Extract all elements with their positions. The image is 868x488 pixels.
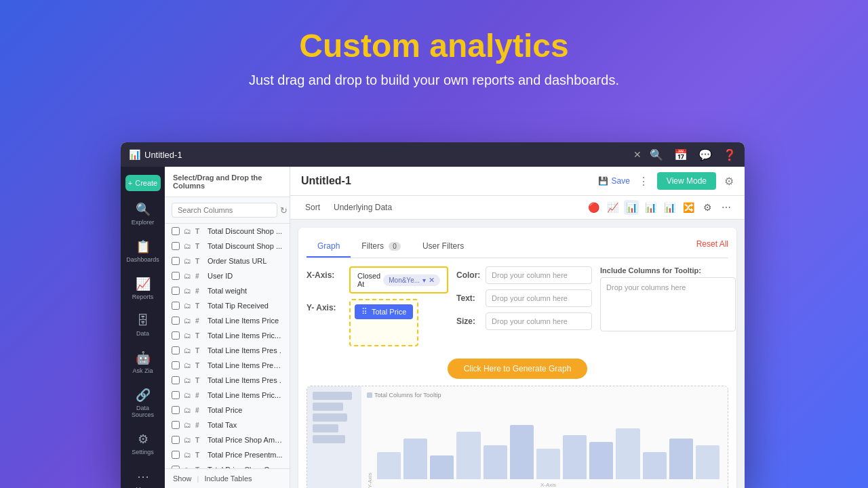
sidebar-item-data[interactable]: 🗄 Data	[124, 308, 162, 342]
include-tables-button[interactable]: Include Tables	[204, 474, 252, 483]
close-button[interactable]: ✕	[633, 149, 642, 160]
color-drop-zone[interactable]: Drop your column here	[486, 266, 592, 284]
title-bar-icon: 📊	[129, 149, 140, 160]
column-checkbox[interactable]	[172, 451, 180, 459]
stacked-chart-icon[interactable]: 📊	[643, 200, 658, 215]
sidebar-item-settings[interactable]: ⚙ Settings	[124, 426, 162, 461]
bar	[696, 445, 719, 479]
text-drop-zone[interactable]: Drop your column here	[486, 289, 592, 307]
pie-chart-icon[interactable]: 🔴	[586, 200, 601, 215]
column-checkbox[interactable]	[172, 257, 180, 265]
list-item[interactable]: 🗂 # Total Line Items Pric...	[165, 388, 290, 403]
column-checkbox[interactable]	[172, 287, 180, 295]
preview-row-2	[313, 403, 343, 411]
column-checkbox[interactable]	[172, 317, 180, 325]
column-checkbox[interactable]	[172, 227, 180, 235]
sidebar-item-explorer[interactable]: 🔍 Explorer	[124, 197, 162, 231]
column-name-label: Total Line Items Pres .	[208, 346, 283, 354]
area-chart-icon[interactable]: 📊	[662, 200, 677, 215]
search-input[interactable]	[172, 203, 277, 218]
column-checkbox[interactable]	[172, 421, 180, 429]
user-filters-tab[interactable]: User Filters	[412, 236, 475, 258]
line-chart-icon[interactable]: 📈	[605, 200, 620, 215]
sidebar-item-more[interactable]: ⋯ More	[124, 464, 162, 488]
graph-tab[interactable]: Graph	[307, 236, 351, 258]
save-label: Save	[611, 176, 629, 186]
show-button[interactable]: Show	[173, 474, 192, 483]
funnel-chart-icon[interactable]: ⚙	[700, 200, 715, 215]
legend-dot-1	[367, 392, 372, 398]
generate-graph-button[interactable]: Click Here to Generate Graph	[448, 359, 588, 379]
chat-icon[interactable]: 💬	[698, 148, 712, 161]
column-db-icon: 🗂	[184, 317, 191, 325]
reset-all-button[interactable]: Reset All	[696, 239, 728, 254]
column-checkbox[interactable]	[172, 361, 180, 369]
save-button[interactable]: 💾 Save	[598, 176, 629, 186]
list-item[interactable]: 🗂 T Order Status URL	[165, 253, 290, 268]
column-checkbox[interactable]	[172, 346, 180, 354]
sidebar-item-dashboards[interactable]: 📋 Dashboards	[124, 234, 162, 268]
xaxis-remove-icon[interactable]: ✕	[429, 276, 435, 285]
filters-tab[interactable]: Filters 0	[351, 236, 412, 258]
list-item[interactable]: 🗂 T Total Line Items Pres _	[165, 358, 290, 373]
size-drop-zone[interactable]: Drop your column here	[486, 312, 592, 330]
list-item[interactable]: 🗂 # Total weight	[165, 283, 290, 298]
dashboards-icon: 📋	[136, 239, 151, 254]
column-checkbox[interactable]	[172, 272, 180, 280]
list-item[interactable]: 🗂 T Total Line Items Pres .	[165, 373, 290, 388]
list-item[interactable]: 🗂 T Total Discount Shop ...	[165, 224, 290, 239]
save-icon: 💾	[598, 176, 608, 186]
column-checkbox[interactable]	[172, 242, 180, 250]
list-item[interactable]: 🗂 # Total Price	[165, 403, 290, 418]
sidebar-item-ask-zia[interactable]: 🤖 Ask Zia	[124, 345, 162, 380]
column-checkbox[interactable]	[172, 376, 180, 384]
column-checkbox[interactable]	[172, 302, 180, 310]
dragging-column-item[interactable]: ⠿ Total Price	[355, 304, 413, 319]
list-item[interactable]: 🗂 T Total Price Presentm...	[165, 447, 290, 462]
yaxis-drop-zone[interactable]: ⠿ Total Price	[349, 299, 418, 346]
xaxis-drop-zone[interactable]: Closed At Mon&Ye... ▾ ✕	[349, 266, 448, 293]
scatter-chart-icon[interactable]: 🔀	[681, 200, 696, 215]
bar-chart-icon[interactable]: 📊	[624, 200, 639, 215]
sort-tab[interactable]: Sort	[301, 200, 324, 215]
list-item[interactable]: 🗂 T Total Price Shop Amo...	[165, 432, 290, 447]
list-item[interactable]: 🗂 T Total Line Items Pric...	[165, 328, 290, 343]
column-type-badge: #	[195, 317, 203, 325]
list-item[interactable]: 🗂 T Total Tip Received	[165, 298, 290, 313]
list-item[interactable]: 🗂 T Total Price Shop Curr...	[165, 462, 290, 468]
chart-table-preview	[307, 386, 361, 488]
column-name-label: Total Discount Shop ...	[208, 227, 283, 235]
xaxis-pill-dropdown[interactable]: ▾	[422, 277, 426, 284]
view-mode-button[interactable]: View Mode	[657, 172, 716, 190]
kebab-menu-icon[interactable]: ⋮	[638, 175, 649, 188]
column-checkbox[interactable]	[172, 406, 180, 414]
more-chart-icon[interactable]: ⋯	[719, 200, 734, 215]
column-name-label: Total Tip Received	[208, 302, 283, 310]
list-item[interactable]: 🗂 # Total Tax	[165, 418, 290, 432]
underlying-data-tab[interactable]: Underlying Data	[330, 200, 396, 215]
column-checkbox[interactable]	[172, 391, 180, 399]
list-item[interactable]: 🗂 T Total Line Items Pres .	[165, 343, 290, 358]
report-settings-icon[interactable]: ⚙	[724, 175, 734, 188]
calendar-icon[interactable]: 📅	[674, 148, 688, 161]
tooltip-drop-zone[interactable]: Drop your columns here	[600, 277, 736, 331]
list-item[interactable]: 🗂 # Total Line Items Price	[165, 313, 290, 328]
search-icon[interactable]: 🔍	[650, 148, 663, 161]
column-type-badge: T	[195, 362, 203, 369]
list-item[interactable]: 🗂 # User ID	[165, 268, 290, 283]
bar-group	[377, 452, 401, 479]
column-checkbox[interactable]	[172, 331, 180, 340]
column-name-label: Total weight	[208, 287, 283, 295]
column-checkbox[interactable]	[172, 436, 180, 444]
sidebar-item-data-sources[interactable]: 🔗 Data Sources	[124, 382, 162, 424]
help-icon[interactable]: ❓	[723, 148, 736, 161]
xaxis-groupby-pill[interactable]: Mon&Ye... ▾ ✕	[383, 274, 440, 286]
create-button[interactable]: + Create	[125, 175, 161, 191]
axis-left: X-Axis: Closed At Mon&Ye... ▾ ✕	[307, 266, 448, 352]
bar-group	[456, 432, 480, 479]
sidebar-item-reports[interactable]: 📈 Reports	[124, 271, 162, 306]
axis-config: X-Axis: Closed At Mon&Ye... ▾ ✕	[307, 266, 728, 352]
column-db-icon: 🗂	[184, 302, 191, 310]
refresh-icon[interactable]: ↻	[280, 205, 288, 216]
list-item[interactable]: 🗂 T Total Discount Shop ...	[165, 239, 290, 253]
